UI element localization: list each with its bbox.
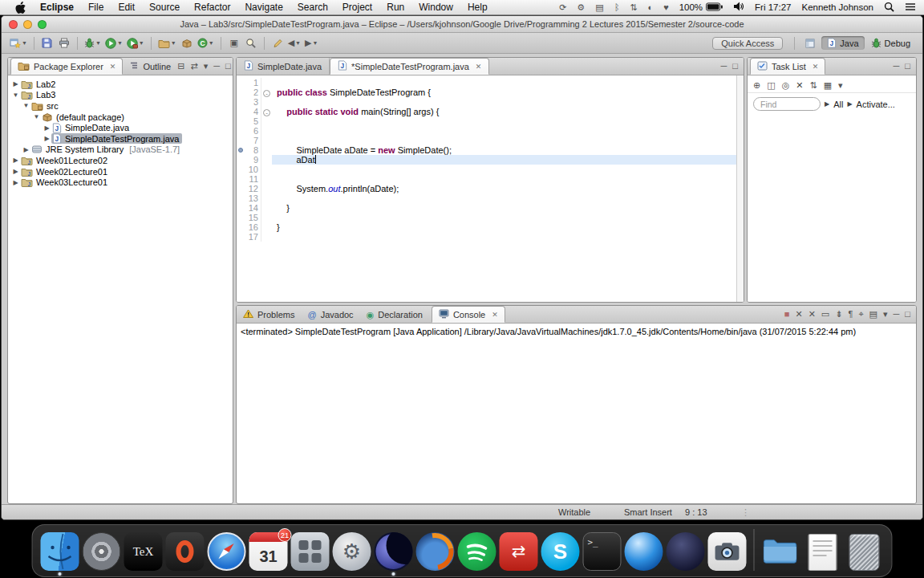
tab-package-explorer[interactable]: Package Explorer ✕ — [10, 58, 123, 75]
view-menu-icon[interactable]: ▾ — [883, 306, 888, 320]
new-package-button[interactable] — [179, 35, 195, 51]
close-icon[interactable]: ✕ — [476, 63, 482, 71]
dock-finder-icon[interactable] — [41, 532, 79, 571]
tree-item-simpledatetestprogram-java[interactable]: ▶JSimpleDateTestProgram.java — [8, 133, 233, 144]
menu-help[interactable]: Help — [460, 2, 495, 13]
tree-item-lab2[interactable]: ▶JLab2 — [8, 79, 233, 90]
maximize-icon[interactable]: □ — [905, 306, 910, 320]
dock-downloads-folder-icon[interactable] — [762, 532, 800, 571]
dock-blue-globe-icon[interactable] — [625, 532, 663, 571]
new-java-project-button[interactable]: ▼ — [156, 35, 178, 51]
contrast-icon[interactable]: ◐ — [647, 3, 653, 12]
delete-icon[interactable]: ✕ — [796, 77, 803, 92]
menu-run[interactable]: Run — [379, 2, 411, 13]
chevron-collapsed-icon[interactable]: ▶ — [11, 179, 20, 186]
minimize-icon[interactable]: ─ — [894, 58, 900, 72]
fold-collapse-icon[interactable]: - — [261, 107, 272, 116]
dock-spotify-icon[interactable] — [458, 532, 496, 571]
search-button[interactable] — [243, 35, 259, 51]
chevron-collapsed-icon[interactable]: ▶ — [11, 168, 20, 175]
print-button[interactable] — [56, 35, 72, 51]
perspective-java[interactable]: JJava — [821, 36, 864, 50]
dock-firefox-icon[interactable] — [416, 532, 455, 571]
tree-item-week03lecture01[interactable]: ▶JWeek03Lecture01 — [8, 177, 233, 188]
debug-button[interactable]: ▼ — [83, 35, 103, 51]
word-wrap-icon[interactable]: ¶ — [848, 306, 853, 320]
clear-console-icon[interactable]: ▭ — [821, 306, 829, 320]
apple-menu-icon[interactable] — [8, 2, 33, 14]
collapse-all-icon[interactable]: ⊟ — [177, 58, 184, 72]
dock-calendar-icon[interactable]: 3121 — [249, 532, 288, 571]
schedule-icon[interactable]: ▦ — [824, 77, 832, 92]
window-title-bar[interactable]: Java – Lab3/src/SimpleDateTestProgram.ja… — [2, 16, 922, 33]
code-line-2[interactable]: 2-public class SimpleDateTestProgram { — [237, 88, 744, 97]
new-task-icon[interactable]: ⊕ — [753, 77, 760, 92]
close-icon[interactable]: ✕ — [492, 311, 498, 319]
link-editor-icon[interactable]: ⇄ — [190, 58, 197, 72]
remove-all-icon[interactable]: ✕ — [808, 306, 816, 320]
tab-task-list[interactable]: Task List ✕ — [750, 58, 825, 75]
dock-photo-booth-icon[interactable] — [708, 532, 747, 571]
maximize-icon[interactable]: □ — [225, 58, 231, 72]
focus-icon[interactable]: ◎ — [782, 77, 790, 92]
dock-trash-icon[interactable] — [845, 532, 884, 571]
overview-ruler[interactable] — [736, 75, 744, 302]
last-edit-button[interactable] — [270, 35, 286, 51]
close-window-button[interactable] — [9, 20, 18, 29]
tree-item-week01lecture02[interactable]: ▶JWeek01Lecture02 — [8, 155, 233, 166]
terminate-icon[interactable]: ■ — [784, 306, 790, 320]
open-perspective-button[interactable] — [800, 37, 821, 50]
quick-access-button[interactable]: Quick Access — [712, 37, 783, 50]
dock-utility-grid-icon[interactable] — [291, 532, 330, 571]
dock-skype-icon[interactable]: S — [541, 532, 580, 571]
open-console-icon[interactable]: ▤ — [869, 306, 877, 320]
external-tools-button[interactable]: ▼ — [125, 35, 146, 51]
dock-dvd-player-icon[interactable] — [83, 532, 121, 571]
categorize-icon[interactable]: ◫ — [767, 77, 775, 92]
menu-app-eclipse[interactable]: Eclipse — [33, 2, 81, 13]
tree-item-src[interactable]: ▼src — [8, 100, 233, 112]
menu-refactor[interactable]: Refactor — [187, 2, 237, 13]
menu-file[interactable]: File — [81, 2, 111, 13]
back-button[interactable]: ◀▼ — [286, 35, 302, 51]
dock-texshop-icon[interactable]: TeX — [124, 532, 163, 571]
code-line-1[interactable]: 1 — [237, 78, 744, 88]
menu-bar-clock[interactable]: Fri 17:27 — [755, 2, 791, 12]
menu-search[interactable]: Search — [290, 2, 335, 13]
menu-source[interactable]: Source — [142, 2, 187, 13]
new-class-button[interactable]: C▼ — [196, 35, 216, 51]
minimize-icon[interactable]: ─ — [721, 58, 727, 72]
dock-red-transfer-icon[interactable]: ⇄ — [500, 532, 538, 571]
minimize-icon[interactable]: ─ — [894, 306, 900, 320]
notification-center-icon[interactable] — [905, 2, 916, 13]
tree-item-week02lecture01[interactable]: ▶JWeek02Lecture01 — [8, 166, 233, 177]
maximize-icon[interactable]: □ — [905, 58, 910, 72]
chevron-collapsed-icon[interactable]: ▶ — [11, 157, 20, 164]
updown-icon[interactable]: ⇅ — [630, 3, 637, 12]
scroll-lock-icon[interactable]: ⇟ — [835, 306, 842, 320]
remove-launch-icon[interactable]: ✕ — [795, 306, 802, 320]
chevron-collapsed-icon[interactable]: ▶ — [22, 146, 30, 153]
tree-item-jre-system-library[interactable]: ▶JRE System Library[JavaSE-1.7] — [8, 144, 233, 156]
code-line-13[interactable]: 13 — [237, 193, 744, 203]
sort-icon[interactable]: ⇅ — [809, 77, 817, 92]
code-line-12[interactable]: 12 System.out.println(aDate); — [237, 184, 744, 193]
dock-system-preferences-icon[interactable]: ⚙ — [333, 532, 371, 571]
perspective-debug[interactable]: Debug — [865, 36, 916, 50]
view-menu-icon[interactable]: ▾ — [838, 77, 843, 92]
code-line-5[interactable]: 5 — [237, 116, 744, 126]
editor-tab-simpledatetestprogram-java[interactable]: J*SimpleDateTestProgram.java✕ — [330, 58, 489, 75]
run-button[interactable]: ▼ — [103, 35, 124, 51]
code-line-6[interactable]: 6 — [237, 126, 744, 136]
chevron-right-icon[interactable]: ▶ — [847, 100, 852, 108]
code-line-15[interactable]: 15 — [237, 213, 744, 222]
tree-item-lab3[interactable]: ▼JLab3 — [8, 90, 233, 101]
heart-icon[interactable]: ♥ — [663, 3, 669, 12]
bluetooth-icon[interactable]: ᛒ — [614, 3, 620, 12]
save-button[interactable] — [39, 35, 55, 51]
close-icon[interactable]: ✕ — [813, 63, 819, 71]
maximize-icon[interactable]: □ — [732, 58, 738, 72]
dock-terminal-icon[interactable]: >_ — [583, 532, 622, 571]
menu-bar-user[interactable]: Kenneth Johnson — [801, 2, 873, 12]
code-line-16[interactable]: 16} — [237, 222, 744, 232]
